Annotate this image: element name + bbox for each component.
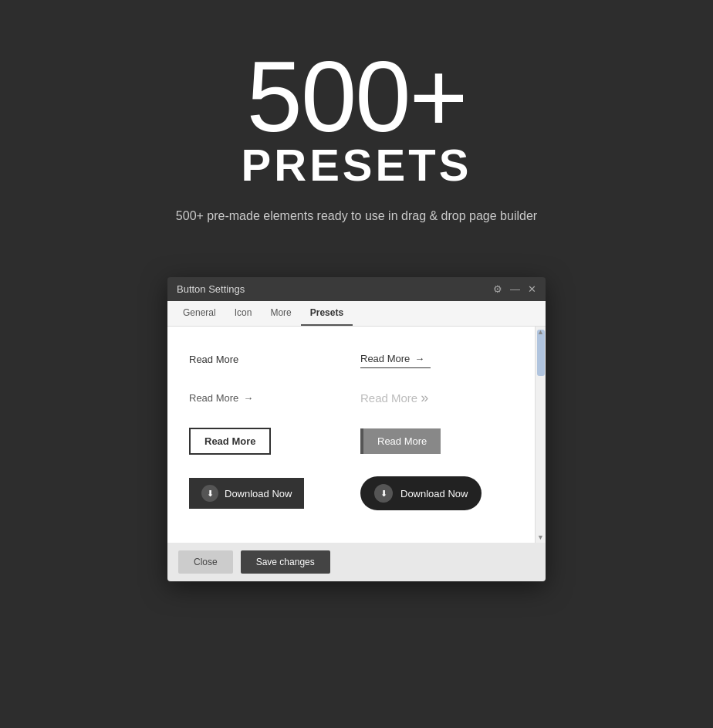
save-changes-button[interactable]: Save changes (241, 550, 330, 574)
preset-cell-outline: Read More (180, 417, 351, 466)
scrollbar[interactable]: ▲ ▼ (535, 327, 546, 543)
preset-cell-double-arrow: Read More » (351, 379, 522, 417)
preset-button-read-more-underline[interactable]: Read More → (360, 350, 431, 368)
dialog-title: Button Settings (177, 283, 245, 295)
dialog-content: Read More Read More → Read More → Read M… (167, 327, 546, 543)
scroll-down-arrow[interactable]: ▼ (536, 532, 546, 543)
tab-general[interactable]: General (174, 301, 225, 326)
close-button[interactable]: Close (178, 550, 233, 574)
preset-button-download-now-round[interactable]: ⬇ Download Now (360, 476, 482, 510)
preset-cell-black-round-icon: ⬇ Download Now (351, 466, 522, 521)
button-settings-dialog: Button Settings ⚙ — ✕ General Icon More … (167, 277, 546, 581)
hero-section: 500+ PRESETS 500+ pre-made elements read… (176, 46, 537, 223)
preset-cell-plain-arrow: Read More → (180, 379, 351, 417)
preset-button-download-now-black[interactable]: ⬇ Download Now (189, 478, 304, 509)
preset-cell-plain-1: Read More (180, 339, 351, 379)
presets-grid: Read More Read More → Read More → Read M… (180, 339, 533, 521)
preset-cell-gray-block: Read More (351, 417, 522, 466)
scroll-up-arrow[interactable]: ▲ (536, 327, 546, 337)
hero-number: 500+ (176, 46, 537, 147)
tab-presets[interactable]: Presets (301, 301, 353, 326)
dialog-controls: ⚙ — ✕ (493, 284, 536, 294)
dialog-titlebar: Button Settings ⚙ — ✕ (167, 277, 546, 301)
tab-more[interactable]: More (261, 301, 300, 326)
settings-icon[interactable]: ⚙ (493, 284, 502, 294)
hero-title: PRESETS (176, 139, 537, 191)
preset-button-read-more-plain[interactable]: Read More (189, 350, 238, 368)
preset-button-read-more-outline[interactable]: Read More (189, 428, 271, 455)
preset-cell-black-icon-1: ⬇ Download Now (180, 466, 351, 521)
preset-button-read-more-double-arrow[interactable]: Read More » (360, 390, 428, 406)
dialog-tabs: General Icon More Presets (167, 301, 546, 327)
download-icon: ⬇ (201, 485, 218, 502)
preset-button-read-more-gray[interactable]: Read More (360, 428, 441, 454)
preset-button-read-more-arrow[interactable]: Read More → (189, 392, 253, 404)
download-icon-round: ⬇ (374, 484, 393, 503)
tab-icon[interactable]: Icon (225, 301, 262, 326)
preset-cell-underline-arrow: Read More → (351, 339, 522, 379)
hero-subtitle: 500+ pre-made elements ready to use in d… (176, 209, 537, 223)
close-icon[interactable]: ✕ (528, 284, 536, 294)
minimize-icon[interactable]: — (510, 284, 520, 294)
dialog-footer: Close Save changes (167, 543, 546, 581)
